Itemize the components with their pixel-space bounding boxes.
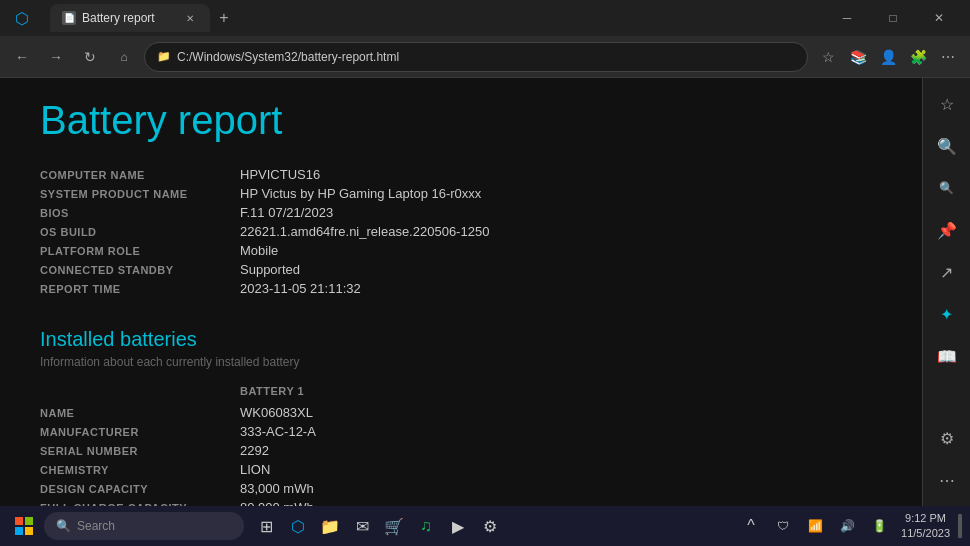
tab-title: Battery report (82, 11, 155, 25)
taskbar-terminal-icon[interactable]: ▶ (444, 512, 472, 540)
battery-label-name: NAME (40, 407, 240, 419)
search-icon: 🔍 (56, 519, 71, 533)
forward-button[interactable]: → (42, 43, 70, 71)
svg-rect-0 (15, 517, 23, 525)
sidebar-settings-icon[interactable]: ⚙ (929, 420, 965, 456)
tab-bar: 📄 Battery report ✕ + (50, 4, 238, 32)
sidebar-reading-icon[interactable]: 📖 (929, 338, 965, 374)
battery-value-chemistry: LION (240, 462, 440, 477)
taskbar-right: ^ 🛡 📶 🔊 🔋 9:12 PM 11/5/2023 (737, 511, 962, 542)
taskbar-search-label: Search (77, 519, 115, 533)
taskbar-spotify-icon[interactable]: ♫ (412, 512, 440, 540)
battery-row-manufacturer: MANUFACTURER 333-AC-12-A (40, 424, 882, 439)
refresh-button[interactable]: ↻ (76, 43, 104, 71)
home-button[interactable]: ⌂ (110, 43, 138, 71)
new-tab-button[interactable]: + (210, 4, 238, 32)
address-url: C:/Windows/System32/battery-report.html (177, 50, 399, 64)
minimize-button[interactable]: ─ (824, 0, 870, 36)
sidebar-zoom-in-icon[interactable]: 🔍 (929, 128, 965, 164)
tab-favicon-icon: 📄 (62, 11, 76, 25)
batteries-section-title: Installed batteries (40, 328, 882, 351)
info-row-os: OS BUILD 22621.1.amd64fre.ni_release.220… (40, 224, 882, 239)
battery-label-manufacturer: MANUFACTURER (40, 426, 240, 438)
window-controls: ─ □ ✕ (824, 0, 962, 36)
battery-value-name: WK06083XL (240, 405, 440, 420)
svg-rect-2 (15, 527, 23, 535)
taskbar-time: 9:12 PM (901, 511, 950, 526)
browser-sidebar: ☆ 🔍 🔍 📌 ↗ ✦ 📖 ⚙ ⋯ (922, 78, 970, 506)
settings-icon[interactable]: ⋯ (934, 43, 962, 71)
label-connected-standby: CONNECTED STANDBY (40, 264, 240, 276)
info-row-platform: PLATFORM ROLE Mobile (40, 243, 882, 258)
svg-rect-1 (25, 517, 33, 525)
show-desktop-button[interactable] (958, 514, 962, 538)
info-row-standby: CONNECTED STANDBY Supported (40, 262, 882, 277)
label-computer-name: COMPUTER NAME (40, 169, 240, 181)
taskbar-up-arrow-icon[interactable]: ^ (737, 512, 765, 540)
maximize-button[interactable]: □ (870, 0, 916, 36)
sidebar-zoom-out-icon[interactable]: 🔍 (929, 170, 965, 206)
battery-label-design-capacity: DESIGN CAPACITY (40, 483, 240, 495)
taskbar-battery-icon[interactable]: 🔋 (865, 512, 893, 540)
taskbar-sys-icons: ^ 🛡 📶 🔊 🔋 (737, 512, 893, 540)
taskbar-task-view-icon[interactable]: ⊞ (252, 512, 280, 540)
page-title: Battery report (40, 98, 882, 143)
sidebar-more-icon[interactable]: ⋯ (929, 462, 965, 498)
taskbar-network-icon[interactable]: 📶 (801, 512, 829, 540)
value-os-build: 22621.1.amd64fre.ni_release.220506-1250 (240, 224, 489, 239)
battery-value-serial: 2292 (240, 443, 440, 458)
back-button[interactable]: ← (8, 43, 36, 71)
batteries-section-subtitle: Information about each currently install… (40, 355, 882, 369)
value-report-time: 2023-11-05 21:11:32 (240, 281, 361, 296)
label-bios: BIOS (40, 207, 240, 219)
address-bar[interactable]: 📁 C:/Windows/System32/battery-report.htm… (144, 42, 808, 72)
taskbar: 🔍 Search ⊞ ⬡ 📁 ✉ 🛒 ♫ ▶ ⚙ ^ 🛡 📶 🔊 🔋 9:12 … (0, 506, 970, 546)
battery-row-chemistry: CHEMISTRY LION (40, 462, 882, 477)
browser-controls: ⬡ (8, 4, 36, 32)
browser-body: Battery report COMPUTER NAME HPVICTUS16 … (0, 78, 970, 506)
label-product-name: SYSTEM PRODUCT NAME (40, 188, 240, 200)
label-report-time: REPORT TIME (40, 283, 240, 295)
taskbar-virus-icon[interactable]: 🛡 (769, 512, 797, 540)
sidebar-collections-icon[interactable]: 📌 (929, 212, 965, 248)
sidebar-share-icon[interactable]: ↗ (929, 254, 965, 290)
tab-close-button[interactable]: ✕ (182, 10, 198, 26)
label-os-build: OS BUILD (40, 226, 240, 238)
collections-icon[interactable]: 📚 (844, 43, 872, 71)
info-row-bios: BIOS F.11 07/21/2023 (40, 205, 882, 220)
battery-row-design-capacity: DESIGN CAPACITY 83,000 mWh (40, 481, 882, 496)
taskbar-store-icon[interactable]: 🛒 (380, 512, 408, 540)
start-button[interactable] (8, 510, 40, 542)
value-connected-standby: Supported (240, 262, 300, 277)
browser-tab[interactable]: 📄 Battery report ✕ (50, 4, 210, 32)
taskbar-app-icons: ⊞ ⬡ 📁 ✉ 🛒 ♫ ▶ ⚙ (252, 512, 504, 540)
taskbar-volume-icon[interactable]: 🔊 (833, 512, 861, 540)
favorites-icon[interactable]: ☆ (814, 43, 842, 71)
edge-logo: ⬡ (8, 4, 36, 32)
value-bios: F.11 07/21/2023 (240, 205, 333, 220)
browser-titlebar: ⬡ 📄 Battery report ✕ + ─ □ ✕ (0, 0, 970, 36)
installed-batteries-section: Installed batteries Information about ea… (40, 328, 882, 506)
taskbar-settings-icon[interactable]: ⚙ (476, 512, 504, 540)
sidebar-favorites-icon[interactable]: ☆ (929, 86, 965, 122)
taskbar-mail-icon[interactable]: ✉ (348, 512, 376, 540)
battery-header-row: BATTERY 1 (40, 385, 882, 397)
page-content: Battery report COMPUTER NAME HPVICTUS16 … (0, 78, 922, 506)
profile-icon[interactable]: 👤 (874, 43, 902, 71)
taskbar-search[interactable]: 🔍 Search (44, 512, 244, 540)
taskbar-edge-icon[interactable]: ⬡ (284, 512, 312, 540)
extensions-icon[interactable]: 🧩 (904, 43, 932, 71)
sidebar-copilot-icon[interactable]: ✦ (929, 296, 965, 332)
battery-column-header: BATTERY 1 (240, 385, 304, 397)
value-product-name: HP Victus by HP Gaming Laptop 16-r0xxx (240, 186, 481, 201)
taskbar-clock[interactable]: 9:12 PM 11/5/2023 (901, 511, 950, 542)
security-icon: 📁 (157, 50, 171, 63)
info-row-product: SYSTEM PRODUCT NAME HP Victus by HP Gami… (40, 186, 882, 201)
browser-side-icons: ☆ 📚 👤 🧩 ⋯ (814, 43, 962, 71)
close-button[interactable]: ✕ (916, 0, 962, 36)
value-platform-role: Mobile (240, 243, 278, 258)
value-computer-name: HPVICTUS16 (240, 167, 320, 182)
browser-window: ⬡ 📄 Battery report ✕ + ─ □ ✕ ← → ↻ ⌂ 📁 C… (0, 0, 970, 506)
taskbar-explorer-icon[interactable]: 📁 (316, 512, 344, 540)
battery-table: BATTERY 1 NAME WK06083XL MANUFACTURER 33… (40, 385, 882, 506)
